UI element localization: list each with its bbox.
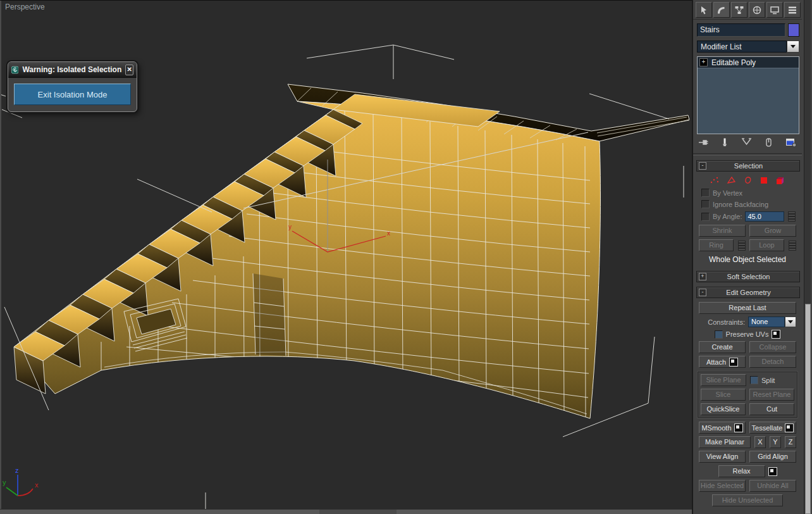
constraints-dropdown[interactable]: None — [748, 317, 796, 327]
make-planar-x-button[interactable]: X — [754, 436, 766, 448]
track-bar[interactable] — [0, 509, 692, 514]
close-icon[interactable]: ✕ — [125, 65, 133, 75]
vertex-mode-icon[interactable] — [710, 176, 720, 185]
repeat-last-button[interactable]: Repeat Last — [699, 302, 796, 314]
split-checkbox[interactable] — [750, 376, 758, 384]
viewport-top-edge — [0, 0, 692, 1]
tab-utilities[interactable] — [784, 2, 801, 18]
make-planar-y-button[interactable]: Y — [770, 436, 781, 448]
preserve-uvs-settings-icon[interactable] — [772, 330, 780, 339]
exit-isolation-mode-button[interactable]: Exit Isolation Mode — [14, 84, 131, 105]
ignore-backfacing-checkbox[interactable] — [701, 200, 710, 208]
object-color-swatch[interactable] — [788, 23, 799, 37]
rollout-soft-selection[interactable]: + Soft Selection — [696, 271, 800, 282]
by-vertex-checkbox[interactable] — [701, 189, 710, 197]
loop-button[interactable]: Loop — [749, 239, 784, 251]
dialog-title: Warning: Isolated Selection — [22, 65, 121, 74]
subobject-mode-icons — [693, 172, 802, 187]
preserve-uvs-checkbox[interactable] — [715, 330, 723, 339]
hide-selected-button[interactable]: Hide Selected — [699, 480, 746, 492]
configure-modifier-sets-icon[interactable] — [785, 137, 797, 147]
tessellate-button[interactable]: Tessellate — [749, 422, 796, 434]
ring-button[interactable]: Ring — [699, 239, 734, 251]
make-unique-icon[interactable] — [741, 138, 752, 147]
modifier-stack[interactable]: + Editable Poly — [697, 56, 799, 134]
collapse-minus-icon[interactable]: - — [699, 162, 706, 170]
tab-display[interactable] — [766, 2, 783, 18]
spinner-up-icon — [739, 242, 745, 244]
make-planar-z-button[interactable]: Z — [785, 436, 796, 448]
attach-button[interactable]: Attach — [699, 356, 746, 368]
rollout-title: Soft Selection — [706, 273, 790, 280]
tessellate-settings-icon[interactable] — [785, 423, 794, 432]
cut-button[interactable]: Cut — [749, 403, 794, 415]
expand-plus-icon[interactable]: + — [699, 273, 706, 280]
polygon-mode-icon[interactable] — [760, 176, 768, 185]
collapse-button[interactable]: Collapse — [749, 341, 796, 353]
track-bar-segment — [319, 510, 397, 514]
by-angle-value-field[interactable]: 45.0 — [745, 211, 784, 222]
rollout-edit-geometry[interactable]: - Edit Geometry — [696, 287, 800, 298]
unhide-all-button[interactable]: Unhide All — [749, 480, 796, 492]
grid-align-button[interactable]: Grid Align — [749, 451, 796, 463]
relax-button[interactable]: Relax — [718, 465, 765, 477]
pin-stack-icon[interactable] — [698, 137, 709, 147]
axis-x-label: x — [35, 481, 39, 489]
relax-settings-icon[interactable] — [768, 467, 777, 476]
viewport-label[interactable]: Perspective — [5, 3, 45, 11]
stack-item-editable-poly[interactable]: + Editable Poly — [698, 57, 799, 68]
border-mode-icon[interactable] — [744, 176, 753, 185]
make-planar-button[interactable]: Make Planar — [699, 436, 751, 448]
by-angle-spinner[interactable] — [788, 211, 796, 222]
msmooth-settings-icon[interactable] — [734, 423, 743, 432]
rollout-selection[interactable]: - Selection — [696, 160, 800, 172]
modifier-list-arrow[interactable] — [787, 41, 799, 53]
attach-settings-icon[interactable] — [729, 358, 738, 367]
modifier-list-dropdown[interactable]: Modifier List — [697, 41, 799, 53]
object-name-field[interactable]: Stairs — [697, 23, 785, 37]
remove-modifier-icon[interactable] — [764, 137, 773, 147]
reset-plane-button[interactable]: Reset Plane — [749, 389, 794, 401]
ignore-backfacing-row: Ignore Backfacing — [693, 198, 802, 210]
constraints-arrow[interactable] — [785, 317, 796, 327]
scrollbar-thumb[interactable] — [805, 304, 811, 514]
spinner-down-icon — [739, 248, 745, 249]
by-angle-checkbox[interactable] — [701, 213, 710, 221]
ring-spinner[interactable] — [738, 241, 746, 251]
quickslice-button[interactable]: QuickSlice — [701, 403, 746, 415]
tab-create[interactable] — [696, 2, 712, 18]
msmooth-button[interactable]: MSmooth — [699, 422, 746, 434]
tessellate-label: Tessellate — [752, 423, 783, 433]
command-panel-tabs — [693, 0, 802, 20]
view-align-button[interactable]: View Align — [699, 451, 746, 463]
perspective-viewport[interactable]: y x z y x Perspective Warning: Isolated … — [0, 0, 692, 514]
detach-button[interactable]: Detach — [749, 356, 796, 368]
shrink-button[interactable]: Shrink — [699, 225, 746, 237]
grow-button[interactable]: Grow — [749, 225, 796, 237]
by-angle-label: By Angle: — [713, 213, 742, 220]
panel-separator — [693, 153, 802, 156]
create-button[interactable]: Create — [699, 341, 746, 353]
slice-plane-button[interactable]: Slice Plane — [701, 374, 746, 386]
by-vertex-row: By Vertex — [693, 187, 802, 198]
tab-modify[interactable] — [713, 2, 730, 18]
loop-spinner[interactable] — [789, 241, 796, 251]
rollout-title: Edit Geometry — [706, 289, 790, 296]
pivot-x-label: x — [387, 230, 390, 237]
tab-hierarchy[interactable] — [731, 2, 747, 18]
dialog-title-bar[interactable]: Warning: Isolated Selection ✕ — [8, 62, 137, 78]
show-end-result-icon[interactable] — [721, 137, 729, 147]
split-label: Split — [761, 377, 775, 384]
spinner-down-icon — [789, 248, 796, 249]
hide-unselected-button[interactable]: Hide Unselected — [712, 494, 783, 506]
element-mode-icon[interactable] — [775, 176, 785, 185]
chevron-down-icon — [788, 320, 793, 323]
panel-scrollbar[interactable] — [804, 0, 811, 514]
3dsmax-app-icon — [11, 65, 18, 75]
edge-mode-icon[interactable] — [727, 176, 737, 185]
slice-button[interactable]: Slice — [701, 389, 746, 401]
tab-motion[interactable] — [749, 2, 765, 18]
expand-plus-icon[interactable]: + — [699, 58, 708, 66]
pivot-y-label: y — [288, 223, 292, 230]
collapse-minus-icon[interactable]: - — [699, 289, 706, 296]
